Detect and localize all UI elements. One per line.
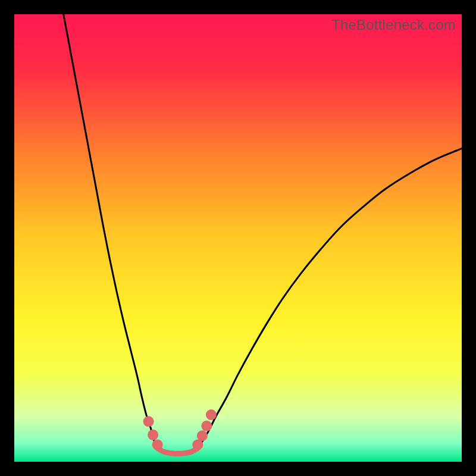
right-dot-2	[197, 430, 208, 441]
plot-background	[14, 14, 462, 462]
left-dot-3	[152, 439, 163, 450]
plot-frame: TheBottleneck.com	[14, 14, 462, 462]
watermark-text: TheBottleneck.com	[331, 17, 456, 33]
right-dot-4	[206, 409, 217, 420]
left-dot-1	[143, 416, 154, 427]
right-dot-3	[201, 421, 212, 431]
left-dot-2	[148, 430, 158, 440]
plot-svg	[14, 14, 462, 462]
